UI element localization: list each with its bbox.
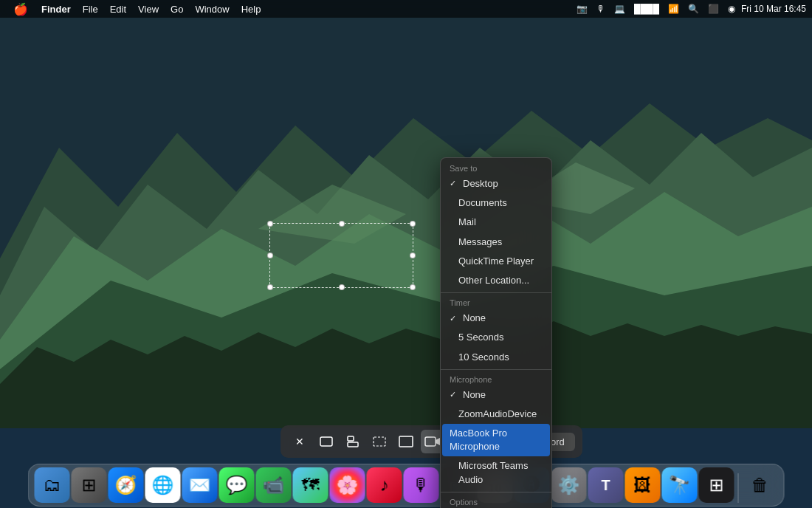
dock: 🗂 ⊞ 🧭 🌐 ✉️ 💬 📹 🗺 🌸 ♪ 🎙 📺 MAR 10 🅐 ⚙️ T 🖼… [28,464,785,507]
zoom-audio-label: ZoomAudioDevice [458,408,537,421]
dock-launchpad[interactable]: ⊞ [72,467,107,503]
checkmark-desktop: ✓ [450,178,458,189]
macbook-mic-label: MacBook Pro Microphone [450,427,543,453]
documents-label: Documents [458,196,507,210]
handle-bc[interactable] [339,284,345,290]
menubar: 🍎 Finder File Edit View Go Window Help 📷… [0,0,812,18]
window-btn[interactable] [314,430,338,453]
dock-chrome[interactable]: 🌐 [145,467,181,503]
dock-teams[interactable]: T [588,467,624,503]
svg-rect-13 [374,437,385,446]
app-name[interactable]: Finder [35,0,77,18]
menu-item-mail[interactable]: Mail [441,213,551,232]
handle-tc[interactable] [339,221,345,227]
display-icon[interactable]: 💻 [611,4,628,14]
selection-box [269,223,413,288]
file-menu[interactable]: File [77,0,104,18]
save-to-label: Save to [441,161,551,174]
handle-br[interactable] [410,284,416,290]
search-icon[interactable]: 🔍 [685,4,702,14]
svg-rect-12 [348,442,358,447]
mail-label: Mail [458,216,476,229]
handle-mr[interactable] [410,253,416,258]
dock-messages[interactable]: 💬 [219,467,255,503]
separator-1 [441,292,551,293]
dock-grid[interactable]: ⊞ [699,467,734,503]
dock-safari[interactable]: 🧭 [109,467,144,503]
menu-item-macbook-mic[interactable]: MacBook Pro Microphone [442,424,550,456]
handle-ml[interactable] [267,253,273,258]
menu-item-5seconds[interactable]: 5 Seconds [441,328,551,347]
menu-item-documents[interactable]: Documents [441,193,551,213]
separator-3 [441,492,551,492]
go-menu[interactable]: Go [165,0,189,18]
handle-bl[interactable] [267,284,273,290]
siri-icon[interactable]: ◉ [725,4,738,14]
wifi-icon[interactable]: 📶 [665,4,682,14]
menu-item-desktop[interactable]: ✓ Desktop [441,174,551,193]
svg-rect-11 [348,436,354,441]
dock-system-prefs[interactable]: ⚙️ [551,467,587,503]
checkmark-timer-none: ✓ [450,313,458,324]
dock-mail[interactable]: ✉️ [182,467,218,503]
dock-maps[interactable]: 🗺 [293,467,328,503]
dock-podcasts[interactable]: 🎙 [404,467,439,503]
menu-item-quicktime[interactable]: QuickTime Player [441,252,551,271]
checkmark-mic-none: ✓ [450,389,458,400]
quicktime-label: QuickTime Player [458,255,534,268]
view-menu[interactable]: View [132,0,165,18]
dock-photos[interactable]: 🌸 [330,467,365,503]
5seconds-label: 5 Seconds [458,331,503,344]
help-menu[interactable]: Help [235,0,267,18]
datetime: Fri 10 Mar 16:45 [741,4,806,14]
dock-separator [738,473,739,503]
svg-rect-14 [399,436,413,447]
close-btn[interactable]: ✕ [288,430,312,453]
dock-facetime[interactable]: 📹 [256,467,292,503]
dock-finder[interactable]: 🗂 [35,467,70,503]
svg-rect-15 [425,437,436,446]
dock-trash[interactable]: 🗑 [743,467,778,503]
menu-item-mic-none[interactable]: ✓ None [441,385,551,405]
handle-tr[interactable] [410,221,416,227]
mic-none-label: None [463,388,486,402]
context-menu: Save to ✓ Desktop Documents Mail Message… [440,157,552,508]
menu-item-other-location[interactable]: Other Location... [441,271,551,290]
menu-item-messages[interactable]: Messages [441,233,551,252]
mic-icon[interactable]: 🎙 [593,4,608,14]
svg-rect-10 [320,437,332,446]
separator-2 [441,369,551,370]
selection-btn[interactable] [368,430,391,453]
menu-item-10seconds[interactable]: 10 Seconds [441,348,551,367]
menu-item-zoom-audio[interactable]: ZoomAudioDevice [441,405,551,424]
edit-menu[interactable]: Edit [104,0,132,18]
timer-label: Timer [441,295,551,309]
dock-music[interactable]: ♪ [367,467,402,503]
other-location-label: Other Location... [458,274,529,287]
microphone-label: Microphone [441,372,551,385]
dock-iphoto[interactable]: 🖼 [625,467,661,503]
handle-tl[interactable] [267,221,273,227]
menu-item-teams-audio[interactable]: Microsoft Teams Audio [441,456,551,489]
10seconds-label: 10 Seconds [458,351,509,364]
camera-icon[interactable]: 📷 [574,4,591,14]
fullscreen-btn[interactable] [394,430,418,453]
window-menu[interactable]: Window [189,0,235,18]
menu-item-timer-none[interactable]: ✓ None [441,309,551,328]
battery-icon: ████ [631,4,662,14]
window2-btn[interactable] [341,430,365,453]
dock-safari2[interactable]: 🔭 [662,467,698,503]
desktop-label: Desktop [463,177,498,190]
messages-label: Messages [458,236,502,249]
teams-audio-label: Microsoft Teams Audio [458,459,543,486]
options-label: Options [441,495,551,508]
timer-none-label: None [463,312,486,325]
apple-menu[interactable]: 🍎 [6,0,35,18]
control-center-icon[interactable]: ⬛ [705,4,722,14]
